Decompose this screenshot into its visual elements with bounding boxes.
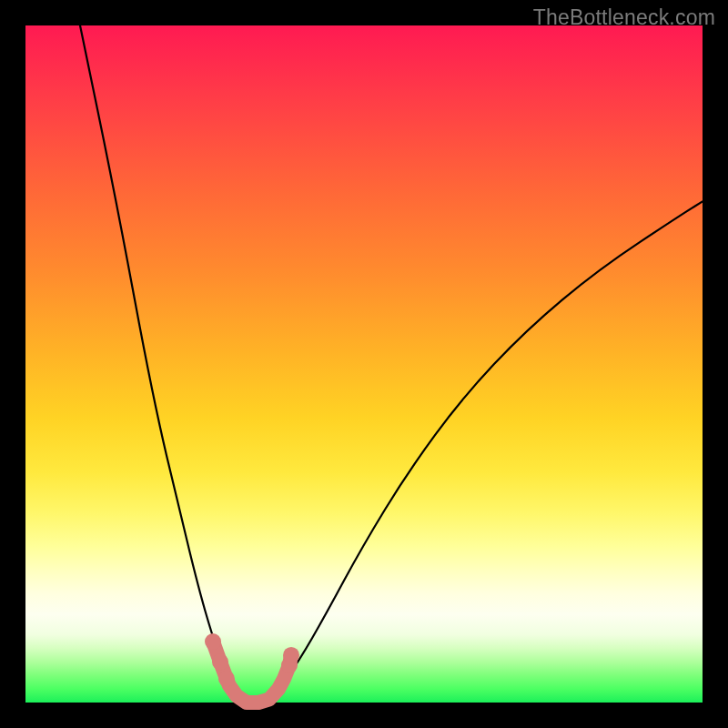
highlight-dot bbox=[218, 671, 235, 687]
highlight-dot bbox=[212, 653, 228, 670]
bottleneck-curve bbox=[80, 25, 703, 703]
curve-svg bbox=[25, 25, 703, 703]
highlight-dots bbox=[205, 633, 299, 703]
chart-frame: TheBottleneck.com bbox=[0, 0, 728, 728]
plot-area bbox=[25, 25, 703, 703]
highlight-dot bbox=[283, 647, 299, 663]
highlight-dot bbox=[205, 633, 221, 650]
